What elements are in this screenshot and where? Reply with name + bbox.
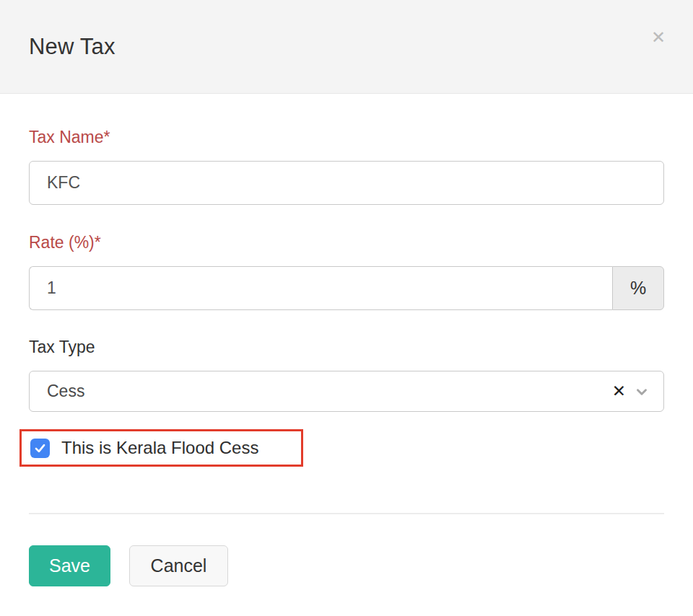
- rate-input[interactable]: [29, 266, 612, 310]
- modal-header: New Tax ✕: [0, 0, 693, 94]
- kfc-checkbox-label[interactable]: This is Kerala Flood Cess: [61, 438, 258, 458]
- save-button[interactable]: Save: [29, 545, 110, 586]
- kfc-checkbox[interactable]: [30, 439, 50, 458]
- percent-addon: %: [612, 266, 664, 310]
- tax-type-select[interactable]: Cess ✕: [29, 371, 664, 412]
- check-icon: [33, 441, 47, 455]
- clear-selection-icon[interactable]: ✕: [612, 383, 626, 400]
- close-icon[interactable]: ✕: [651, 29, 666, 46]
- tax-name-input[interactable]: [29, 161, 664, 205]
- rate-input-group: %: [29, 266, 664, 310]
- modal-footer: Save Cancel: [0, 514, 693, 586]
- tax-type-label: Tax Type: [29, 338, 664, 357]
- tax-name-label: Tax Name*: [29, 128, 664, 147]
- modal-title: New Tax: [29, 34, 116, 60]
- tax-type-selected-value: Cess: [47, 382, 612, 401]
- rate-label: Rate (%)*: [29, 233, 664, 252]
- new-tax-modal: New Tax ✕ Tax Name* Rate (%)* % Tax Type…: [0, 0, 693, 616]
- kfc-annotation-highlight: This is Kerala Flood Cess: [19, 429, 303, 467]
- cancel-button[interactable]: Cancel: [129, 545, 228, 586]
- modal-body: Tax Name* Rate (%)* % Tax Type Cess ✕ Th…: [0, 128, 693, 514]
- chevron-down-icon[interactable]: [633, 383, 650, 400]
